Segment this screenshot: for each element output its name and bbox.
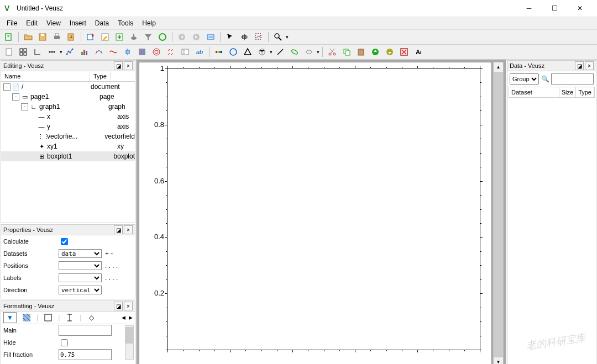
fmt-tab-border-icon[interactable] <box>41 312 55 323</box>
tree-row-vectorfie[interactable]: ⋮⋮vectorfie...vectorfield <box>1 131 135 141</box>
plot-canvas[interactable]: 0.20.40.60.81 <box>167 68 480 350</box>
zoom-graph-icon[interactable] <box>252 30 265 44</box>
view-fit-icon[interactable] <box>204 30 217 44</box>
save-icon[interactable] <box>36 30 49 44</box>
open-icon[interactable] <box>22 30 35 44</box>
add-3d-icon[interactable] <box>255 45 269 59</box>
formatting-detach-icon[interactable]: ◪ <box>114 302 123 310</box>
data-close-icon[interactable]: × <box>585 61 594 70</box>
properties-detach-icon[interactable]: ◪ <box>114 225 123 234</box>
delete-icon[interactable] <box>397 45 411 59</box>
tree-row-y[interactable]: —yaxis <box>1 122 135 131</box>
move-down-icon[interactable] <box>383 45 396 59</box>
add-polar-icon[interactable] <box>227 45 240 59</box>
tree-row-boxplot1[interactable]: ⊞boxplot1boxplot <box>1 151 135 161</box>
add-key-icon[interactable] <box>179 45 192 59</box>
fmt-input[interactable] <box>59 325 112 336</box>
prop-more[interactable]: . . . . <box>105 274 118 282</box>
prop-more[interactable]: . . . . <box>105 262 118 270</box>
fmt-tab-scroll-right-icon[interactable]: ▶ <box>129 315 133 320</box>
data-col-size[interactable]: Size <box>559 87 576 97</box>
print-icon[interactable] <box>50 30 64 44</box>
add-vectorfield-icon[interactable] <box>164 45 177 59</box>
add-grid-icon[interactable] <box>17 45 30 59</box>
menu-help[interactable]: Help <box>138 18 160 28</box>
fmt-tab-marker-icon[interactable]: ◇ <box>85 312 98 323</box>
properties-close-icon[interactable]: × <box>124 225 133 234</box>
add-bar-icon[interactable] <box>78 45 91 59</box>
import-data-icon[interactable] <box>84 30 97 44</box>
formatting-close-icon[interactable]: × <box>124 302 133 310</box>
menu-file[interactable]: File <box>2 18 22 28</box>
plot-scrollbar[interactable]: ▲ ▼ <box>493 62 504 364</box>
add-image-icon[interactable] <box>135 45 149 59</box>
fmt-checkbox[interactable] <box>61 339 68 346</box>
paste-icon[interactable] <box>354 45 368 59</box>
prop-select[interactable] <box>59 273 102 282</box>
tree-row-graph1[interactable]: -∟graph1graph <box>1 102 135 112</box>
tree-toggle-icon[interactable]: - <box>21 103 28 110</box>
formatting-scrollbar[interactable] <box>125 325 134 360</box>
maximize-button[interactable]: ☐ <box>542 0 567 17</box>
fmt-tab-fill-icon[interactable] <box>20 312 33 323</box>
tree-toggle-icon[interactable]: - <box>3 83 11 91</box>
prop-checkbox[interactable] <box>61 238 68 245</box>
read-data-icon[interactable] <box>238 30 251 44</box>
fmt-tab-scroll-left-icon[interactable]: ◀ <box>122 315 125 320</box>
filter-data-icon[interactable] <box>142 30 155 44</box>
add-axis-icon[interactable] <box>45 45 59 59</box>
rename-icon[interactable]: AI <box>412 45 425 59</box>
tree-col-type[interactable]: Type <box>90 71 111 81</box>
prop-select[interactable] <box>59 261 102 270</box>
scroll-up-icon[interactable]: ▲ <box>494 62 503 72</box>
reload-data-icon[interactable] <box>156 30 169 44</box>
add-contour-icon[interactable] <box>150 45 163 59</box>
capture-data-icon[interactable] <box>127 30 140 44</box>
add-xy-icon[interactable] <box>64 45 77 59</box>
select-tool-icon[interactable] <box>223 30 237 44</box>
add-graph-icon[interactable] <box>31 45 44 59</box>
plot-view[interactable]: 0.20.40.60.81 ▲ ▼ <box>137 60 506 364</box>
close-button[interactable]: ✕ <box>567 0 593 17</box>
widget-tree[interactable]: -📄/document-▭page1page-∟graph1graph—xaxi… <box>1 82 135 223</box>
tree-row-xy1[interactable]: ✦xy1xy <box>1 141 135 151</box>
add-label-icon[interactable]: ab <box>193 45 206 59</box>
prop-select[interactable]: data <box>59 249 102 258</box>
cut-icon[interactable] <box>326 45 339 59</box>
editing-close-icon[interactable]: × <box>124 61 133 70</box>
data-search-input[interactable] <box>551 73 594 85</box>
add-fit-icon[interactable] <box>92 45 106 59</box>
add-colorbar-icon[interactable] <box>212 45 226 59</box>
scroll-down-icon[interactable]: ▼ <box>494 357 503 364</box>
minimize-button[interactable]: ─ <box>516 0 542 17</box>
tree-toggle-icon[interactable]: - <box>12 93 19 101</box>
add-boxplot-icon[interactable] <box>121 45 134 59</box>
data-group-select[interactable]: Group <box>510 73 539 85</box>
menu-view[interactable]: View <box>42 18 65 28</box>
menu-tools[interactable]: Tools <box>113 18 138 28</box>
add-function-icon[interactable] <box>107 45 120 59</box>
editing-detach-icon[interactable]: ◪ <box>114 61 123 70</box>
add-page-icon[interactable] <box>2 45 15 59</box>
add-shape-icon[interactable] <box>302 45 316 59</box>
tree-row-page1[interactable]: -▭page1page <box>1 92 135 102</box>
tree-row-[interactable]: -📄/document <box>1 82 135 92</box>
menu-insert[interactable]: Insert <box>65 18 91 28</box>
add-line-icon[interactable] <box>274 45 287 59</box>
menu-data[interactable]: Data <box>91 18 113 28</box>
edit-data-icon[interactable] <box>98 30 112 44</box>
data-detach-icon[interactable]: ◪ <box>575 61 584 70</box>
tree-row-x[interactable]: —xaxis <box>1 112 135 122</box>
prev-page-icon[interactable] <box>175 30 188 44</box>
add-covariance-icon[interactable] <box>288 45 301 59</box>
copy-icon[interactable] <box>340 45 353 59</box>
fmt-tab-main-icon[interactable]: ▼ <box>3 312 17 323</box>
add-ternary-icon[interactable] <box>241 45 254 59</box>
move-up-icon[interactable] <box>369 45 382 59</box>
data-col-dataset[interactable]: Dataset <box>509 87 559 97</box>
zoom-icon[interactable] <box>271 30 285 44</box>
create-data-icon[interactable] <box>113 30 126 44</box>
fmt-tab-whisker-icon[interactable] <box>63 312 76 323</box>
next-page-icon[interactable] <box>190 30 203 44</box>
prop-select[interactable]: vertical <box>59 286 102 294</box>
